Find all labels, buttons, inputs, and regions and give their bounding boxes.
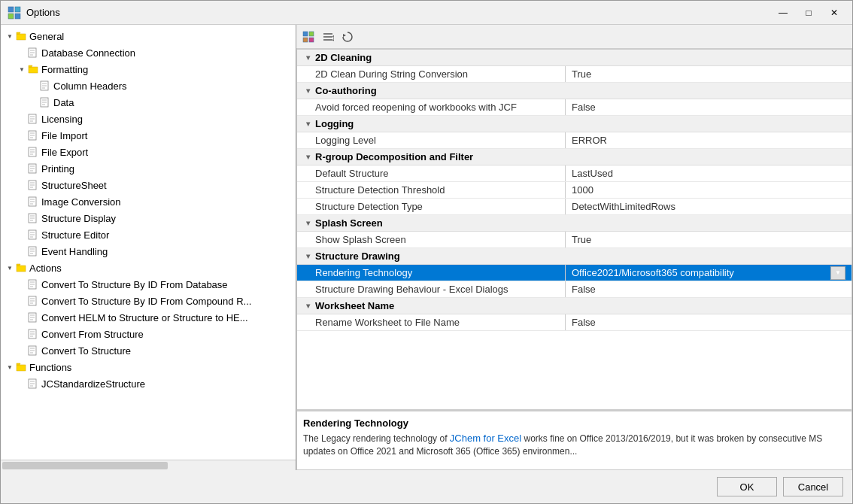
minimize-button[interactable]: — [771,5,795,21]
setting-row-rendering-technology[interactable]: Rendering TechnologyOffice2021/Microsoft… [297,265,851,281]
tree-item-convert-from-structure[interactable]: Convert From Structure [1,326,296,342]
reset-button[interactable] [338,28,357,46]
tree-expand-icon [16,196,28,208]
tree-expand-icon [28,80,40,92]
tree-item-jcstandardize[interactable]: JCStandardizeStructure [1,375,296,392]
tree-item-label: Functions [29,362,293,373]
tree-item-icon [16,262,28,274]
tree-item-icon [16,361,28,373]
setting-row-structure-drawing-behaviour[interactable]: Structure Drawing Behaviour - Excel Dial… [297,281,851,298]
group-label: Co-authoring [315,85,377,96]
tree-scroll[interactable]: ▼GeneralDatabase Connection▼FormattingCo… [1,25,296,460]
maximize-button[interactable]: □ [797,5,821,21]
tree-item-icon [28,196,40,208]
tree-item-label: File Import [41,130,293,141]
tree-item-icon [28,113,40,125]
tree-item-licensing[interactable]: Licensing [1,111,296,127]
tree-item-event-handling[interactable]: Event Handling [1,243,296,260]
tree-item-label: StructureSheet [41,180,293,191]
setting-value: 1000 [566,184,851,196]
setting-row-show-splash[interactable]: Show Splash ScreenTrue [297,232,851,248]
tree-item-image-conversion[interactable]: Image Conversion [1,193,296,210]
tree-item-database-connection[interactable]: Database Connection [1,44,296,61]
tree-item-structure-display[interactable]: Structure Display [1,210,296,226]
setting-name: Default Structure [297,168,565,179]
group-label: Splash Screen [315,217,383,229]
tree-item-formatting[interactable]: ▼Formatting [1,61,296,77]
tree-item-label: Column Headers [53,80,293,92]
setting-group-structure-drawing[interactable]: ▾Structure Drawing [297,248,851,265]
tree-item-icon [28,328,40,340]
categorized-view-button[interactable] [299,28,317,46]
setting-value-with-dropdown[interactable]: Office2021/Microsoft365 compatibility▼ [566,266,851,280]
tree-item-general[interactable]: ▼General [1,28,296,44]
horizontal-scrollbar-area [1,460,296,470]
setting-row-logging-level[interactable]: Logging LevelERROR [297,132,851,149]
tree-item-icon [28,146,40,158]
tree-item-label: Convert To Structure By ID From Database [41,279,293,290]
tree-item-icon [28,179,40,191]
tree-item-icon [28,212,40,224]
setting-group-logging[interactable]: ▾Logging [297,116,851,132]
settings-table: ▾2D Cleaning2D Clean During String Conve… [296,49,852,410]
setting-row-default-structure[interactable]: Default StructureLastUsed [297,165,851,182]
window-title: Options [26,7,771,18]
tree-item-icon [28,229,40,241]
setting-group-splash-screen[interactable]: ▾Splash Screen [297,215,851,232]
group-expand-icon: ▾ [303,153,312,161]
setting-group-r-group[interactable]: ▾R-group Decomposition and Filter [297,149,851,165]
tree-item-structure-editor[interactable]: Structure Editor [1,226,296,243]
tree-expand-icon [16,113,28,125]
setting-name: Structure Detection Threshold [297,184,565,196]
setting-value: DetectWithLimitedRows [566,201,851,212]
tree-expand-icon [16,311,28,323]
setting-group-2d-cleaning[interactable]: ▾2D Cleaning [297,50,851,66]
tree-item-printing[interactable]: Printing [1,160,296,177]
setting-name: Show Splash Screen [297,234,565,245]
tree-item-actions[interactable]: ▼Actions [1,260,296,276]
tree-item-file-export[interactable]: File Export [1,144,296,160]
description-title: Rendering Technology [303,417,845,429]
tree-expand-icon: ▼ [16,63,28,75]
tree-item-icon [16,30,28,42]
close-button[interactable]: ✕ [822,5,846,21]
cancel-button[interactable]: Cancel [783,477,843,496]
horizontal-scrollbar[interactable] [2,462,168,469]
sort-button[interactable]: ↕ [319,28,337,46]
setting-row-structure-detection-threshold[interactable]: Structure Detection Threshold1000 [297,182,851,199]
group-label: Structure Drawing [315,250,400,262]
setting-row-avoid-forced[interactable]: Avoid forced reopening of workbooks with… [297,99,851,116]
tree-item-convert-to-structure-by-id-from-compound[interactable]: Convert To Structure By ID From Compound… [1,293,296,309]
setting-name: Avoid forced reopening of workbooks with… [297,102,565,113]
tree-item-file-import[interactable]: File Import [1,127,296,144]
dropdown-arrow-button[interactable]: ▼ [830,266,845,280]
tree-item-convert-helm[interactable]: Convert HELM to Structure or Structure t… [1,309,296,326]
tree-item-icon [40,96,52,108]
setting-name: Structure Detection Type [297,201,565,212]
tree-item-label: Image Conversion [41,196,293,208]
tree-item-data[interactable]: Data [1,94,296,111]
tree-item-label: Printing [41,163,293,175]
description-text: The Legacy rendering technology of JChem… [303,432,845,458]
group-label: R-group Decomposition and Filter [315,151,473,162]
tree-item-convert-to-structure-by-id-from-database[interactable]: Convert To Structure By ID From Database [1,276,296,293]
tree-item-label: Structure Editor [41,229,293,241]
setting-row-structure-detection-type[interactable]: Structure Detection TypeDetectWithLimite… [297,199,851,215]
tree-item-label: Convert From Structure [41,329,293,340]
tree-item-icon [28,47,40,59]
setting-value: True [566,234,851,245]
tree-item-functions[interactable]: ▼Functions [1,359,296,375]
tree-item-label: Event Handling [41,246,293,257]
tree-item-convert-to-structure[interactable]: Convert To Structure [1,342,296,359]
main-content: ▼GeneralDatabase Connection▼FormattingCo… [1,25,852,470]
setting-group-worksheet-name[interactable]: ▾Worksheet Name [297,298,851,314]
tree-item-structuresheet[interactable]: StructureSheet [1,177,296,193]
tree-item-label: Structure Display [41,213,293,224]
setting-row-rename-worksheet[interactable]: Rename Worksheet to File NameFalse [297,314,851,331]
setting-row-2d-clean-during[interactable]: 2D Clean During String ConversionTrue [297,66,851,83]
tree-item-icon [28,311,40,323]
setting-group-co-authoring[interactable]: ▾Co-authoring [297,83,851,99]
tree-item-column-headers[interactable]: Column Headers [1,77,296,94]
ok-button[interactable]: OK [717,477,777,496]
setting-value: False [566,284,851,295]
